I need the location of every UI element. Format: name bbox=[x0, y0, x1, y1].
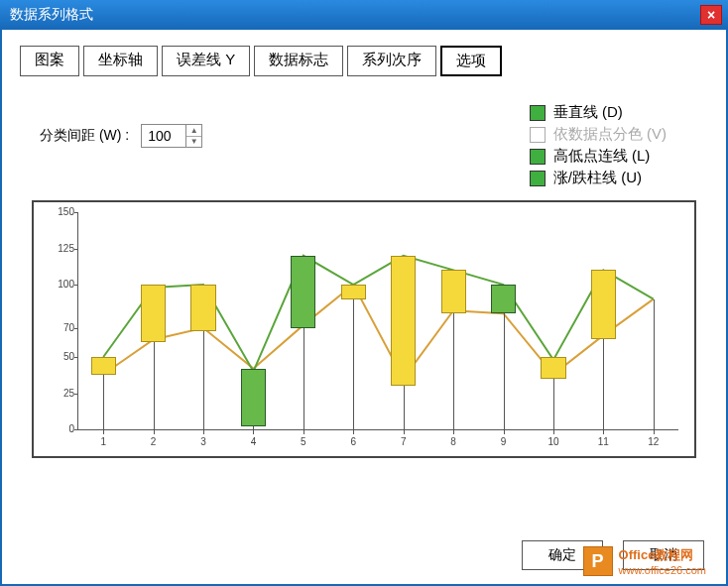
ok-button[interactable]: 确定 bbox=[522, 540, 603, 570]
option-label: 垂直线 (D) bbox=[553, 103, 623, 122]
up-down-bar bbox=[241, 369, 266, 426]
tab-options[interactable]: 选项 bbox=[440, 46, 502, 76]
gap-width-spinner[interactable]: ▲ ▼ bbox=[141, 124, 202, 148]
drop-line bbox=[353, 285, 354, 429]
option-label: 高低点连线 (L) bbox=[553, 147, 651, 166]
x-tick: 12 bbox=[648, 436, 659, 447]
up-down-bar bbox=[291, 256, 315, 328]
spinner-arrows[interactable]: ▲ ▼ bbox=[185, 125, 201, 147]
spinner-up-icon[interactable]: ▲ bbox=[186, 125, 201, 137]
x-tick: 10 bbox=[547, 436, 558, 447]
gap-width-input[interactable] bbox=[142, 125, 185, 147]
x-tick: 3 bbox=[200, 436, 206, 447]
tab-pattern[interactable]: 图案 bbox=[20, 46, 79, 76]
option-up-down-bars[interactable]: 涨/跌柱线 (U) bbox=[530, 169, 667, 187]
up-down-bar bbox=[591, 270, 616, 339]
spinner-down-icon[interactable]: ▼ bbox=[186, 137, 201, 148]
close-icon: × bbox=[707, 7, 715, 23]
up-down-bar bbox=[391, 256, 416, 386]
x-tick: 8 bbox=[450, 436, 456, 447]
x-tick: 5 bbox=[301, 436, 306, 447]
x-tick: 9 bbox=[501, 436, 507, 447]
tab-data-labels[interactable]: 数据标志 bbox=[254, 46, 343, 76]
x-tick: 7 bbox=[401, 436, 407, 447]
x-tick: 2 bbox=[151, 436, 157, 447]
gap-width-control: 分类间距 (W) : ▲ ▼ bbox=[40, 124, 202, 148]
chart-plot-area: 0255070100125150123456789101112 bbox=[77, 212, 678, 430]
chart-lines bbox=[78, 212, 678, 429]
option-droplines[interactable]: 垂直线 (D) bbox=[530, 103, 667, 122]
title-bar: 数据系列格式 × bbox=[0, 0, 728, 30]
x-tick: 6 bbox=[351, 436, 357, 447]
up-down-bar bbox=[190, 285, 215, 331]
drop-line bbox=[654, 299, 655, 429]
checkbox-icon bbox=[530, 127, 546, 143]
option-label: 涨/跌柱线 (U) bbox=[553, 169, 642, 187]
tab-errorbar-y[interactable]: 误差线 Y bbox=[162, 46, 250, 76]
dialog-body: 图案 坐标轴 误差线 Y 数据标志 系列次序 选项 分类间距 (W) : ▲ ▼… bbox=[0, 30, 728, 586]
up-down-bar bbox=[441, 270, 466, 313]
checkbox-icon bbox=[530, 149, 546, 165]
up-down-bar bbox=[491, 285, 516, 313]
close-button[interactable]: × bbox=[700, 5, 722, 25]
option-vary-colors: 依数据点分色 (V) bbox=[530, 125, 667, 144]
chart-options-list: 垂直线 (D) 依数据点分色 (V) 高低点连线 (L) 涨/跌柱线 (U) bbox=[530, 100, 667, 190]
window-title: 数据系列格式 bbox=[10, 6, 93, 24]
up-down-bar bbox=[141, 285, 166, 342]
option-high-low-lines[interactable]: 高低点连线 (L) bbox=[530, 147, 667, 166]
chart-preview: 0255070100125150123456789101112 bbox=[32, 200, 696, 458]
checkbox-icon bbox=[530, 171, 546, 186]
option-label: 依数据点分色 (V) bbox=[553, 125, 667, 144]
gap-width-label: 分类间距 (W) : bbox=[40, 127, 129, 145]
tab-strip: 图案 坐标轴 误差线 Y 数据标志 系列次序 选项 bbox=[20, 46, 708, 76]
checkbox-icon bbox=[530, 105, 546, 121]
up-down-bar bbox=[91, 357, 116, 375]
dialog-buttons: 确定 取消 bbox=[522, 540, 704, 570]
up-down-bar bbox=[341, 285, 366, 299]
options-row: 分类间距 (W) : ▲ ▼ 垂直线 (D) 依数据点分色 (V) 高低点连线 … bbox=[40, 100, 696, 190]
tab-axis[interactable]: 坐标轴 bbox=[83, 46, 158, 76]
up-down-bar bbox=[541, 357, 565, 379]
x-tick: 11 bbox=[598, 436, 609, 447]
tab-series-order[interactable]: 系列次序 bbox=[347, 46, 436, 76]
x-tick: 4 bbox=[251, 436, 257, 447]
cancel-button[interactable]: 取消 bbox=[623, 540, 704, 570]
x-tick: 1 bbox=[100, 436, 106, 447]
